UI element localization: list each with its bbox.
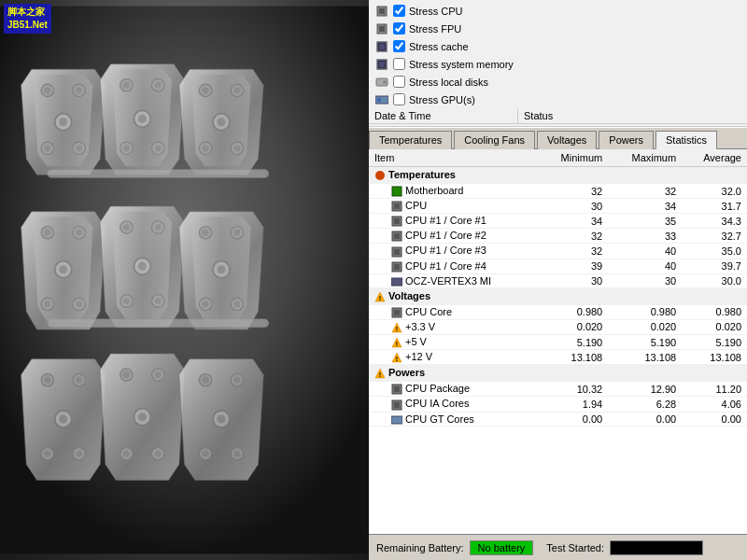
statistics-table: Item Minimum Maximum Average Temperature…: [369, 149, 747, 427]
row-min: 13.108: [538, 350, 608, 365]
table-row: CPU #1 / Core #2323332.7: [369, 229, 747, 244]
row-min: 0.980: [538, 304, 608, 319]
row-min: 0.00: [538, 412, 608, 426]
right-panel: Stress CPUStress FPUStress cacheStress s…: [369, 0, 747, 560]
table-header-row: Item Minimum Maximum Average: [369, 149, 747, 167]
row-label: OCZ-VERTEX3 MI: [369, 273, 538, 287]
svg-point-55: [123, 224, 130, 231]
label-stress-disks: Stress local disks: [409, 77, 488, 88]
row-avg: 13.108: [682, 350, 747, 365]
checkbox-stress-gpu[interactable]: [393, 93, 405, 105]
checkbox-stress-fpu[interactable]: [393, 22, 405, 35]
section-header-powers: !Powers: [369, 365, 747, 382]
svg-point-34: [234, 146, 241, 152]
svg-rect-107: [48, 319, 269, 328]
row-label: CPU: [369, 199, 538, 214]
svg-text:!: !: [379, 371, 381, 378]
heatsink-svg: [0, 0, 369, 560]
heatsink-photo: [0, 0, 369, 560]
svg-rect-111: [379, 26, 385, 32]
row-min: 32: [538, 184, 608, 199]
row-max: 13.108: [608, 350, 682, 365]
label-stress-cpu: Stress CPU: [409, 6, 462, 17]
svg-point-117: [383, 80, 387, 84]
cpu-icon: [374, 4, 389, 19]
stress-item-stress-memory: Stress system memory: [369, 55, 747, 73]
svg-point-89: [123, 371, 130, 378]
col-minimum: Minimum: [538, 149, 608, 167]
checkbox-stress-memory[interactable]: [393, 58, 405, 70]
tab-cooling-fans[interactable]: Cooling Fans: [454, 131, 535, 149]
row-max: 0.00: [608, 412, 682, 426]
table-row: CPU #1 / Core #3324035.0: [369, 244, 747, 259]
svg-point-79: [76, 377, 82, 384]
svg-point-81: [76, 451, 82, 457]
table-row: CPU Core0.9800.9800.980: [369, 304, 747, 319]
svg-point-12: [59, 118, 67, 126]
photo-panel: 脚本之家 JB51.Net: [0, 0, 369, 560]
svg-point-102: [203, 451, 209, 457]
row-avg: 30.0: [682, 273, 747, 287]
checkbox-stress-disks[interactable]: [393, 76, 405, 88]
row-max: 0.980: [608, 304, 682, 319]
svg-point-90: [155, 371, 162, 378]
tab-voltages[interactable]: Voltages: [537, 131, 597, 149]
row-avg: 0.980: [682, 304, 747, 319]
test-started-label: Test Started:: [546, 542, 604, 553]
table-row: CPU #1 / Core #1343534.3: [369, 214, 747, 229]
checkbox-stress-cpu[interactable]: [393, 5, 405, 17]
stress-item-stress-cache: Stress cache: [369, 37, 747, 55]
col-average: Average: [682, 149, 747, 167]
section-header-voltages: !Voltages: [369, 287, 747, 304]
svg-text:!: !: [396, 341, 398, 347]
tab-temperatures[interactable]: Temperatures: [369, 131, 452, 149]
stats-area: Item Minimum Maximum Average Temperature…: [369, 149, 747, 534]
row-min: 30: [538, 199, 608, 214]
svg-point-31: [203, 87, 209, 93]
svg-rect-106: [48, 170, 269, 178]
svg-point-48: [59, 265, 67, 273]
row-max: 33: [608, 229, 682, 244]
svg-rect-113: [379, 44, 385, 49]
svg-point-44: [76, 230, 82, 236]
svg-rect-123: [394, 203, 400, 209]
svg-point-7: [44, 87, 50, 93]
tab-statistics[interactable]: Statistics: [655, 131, 717, 149]
svg-point-83: [59, 414, 67, 423]
stress-item-stress-gpu: Stress GPU(s): [369, 91, 747, 108]
row-max: 35: [608, 214, 682, 229]
svg-point-120: [375, 171, 385, 180]
svg-point-57: [123, 298, 130, 304]
chip-icon: [374, 39, 389, 54]
table-row: !+12 V13.10813.10813.108: [369, 350, 747, 365]
svg-point-67: [203, 230, 209, 236]
row-max: 40: [608, 244, 682, 259]
row-label: CPU #1 / Core #3: [369, 244, 538, 259]
svg-point-105: [217, 414, 225, 423]
row-max: 5.190: [608, 335, 682, 350]
table-row: CPU GT Cores0.000.000.00: [369, 412, 747, 426]
stress-options-panel: Stress CPUStress FPUStress cacheStress s…: [369, 0, 747, 127]
stress-item-stress-cpu: Stress CPU: [369, 2, 747, 20]
row-avg: 4.06: [682, 397, 747, 412]
watermark: 脚本之家 JB51.Net: [4, 4, 51, 34]
row-max: 32: [608, 184, 682, 199]
svg-rect-119: [377, 98, 381, 102]
row-label: !+5 V: [369, 335, 538, 350]
tab-powers[interactable]: Powers: [599, 131, 654, 149]
status-bar: Remaining Battery: No battery Test Start…: [369, 534, 747, 560]
row-avg: 5.190: [682, 335, 747, 350]
svg-point-60: [138, 262, 147, 271]
row-label: CPU #1 / Core #2: [369, 229, 538, 244]
svg-point-33: [203, 146, 209, 152]
row-label: !+3.3 V: [369, 319, 538, 334]
svg-point-24: [138, 115, 147, 123]
row-label: CPU #1 / Core #4: [369, 259, 538, 273]
svg-point-69: [203, 301, 209, 308]
row-label: !+12 V: [369, 350, 538, 365]
svg-rect-149: [391, 416, 402, 424]
row-avg: 35.0: [682, 244, 747, 259]
svg-point-43: [44, 230, 50, 236]
row-label: CPU Package: [369, 382, 538, 397]
checkbox-stress-cache[interactable]: [393, 40, 405, 52]
